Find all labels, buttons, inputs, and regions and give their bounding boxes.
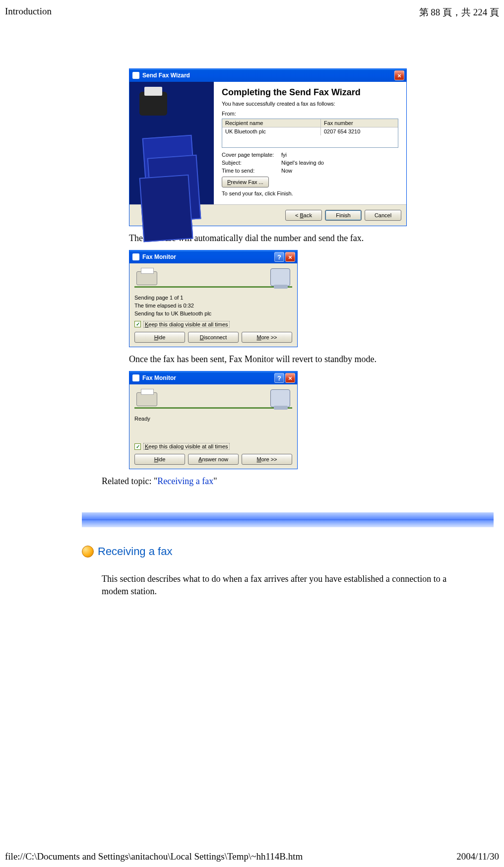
recipients-table: Recipient name Fax number UK Bluetooth p… xyxy=(222,119,398,148)
finish-note: To send your fax, click Finish. xyxy=(222,190,398,196)
section-paragraph: This section describes what to do when a… xyxy=(0,573,504,598)
status-line: The time elapsed is 0:32 xyxy=(134,302,292,310)
checkbox-label: Keep this dialog visible at all times xyxy=(143,443,230,450)
close-icon[interactable]: × xyxy=(394,70,404,80)
fax-monitor-titlebar-icon xyxy=(132,374,139,381)
fax-monitor-titlebar-icon xyxy=(132,253,139,260)
finish-button[interactable]: Finish xyxy=(325,210,362,221)
wizard-titlebar[interactable]: Send Fax Wizard × xyxy=(129,69,406,82)
more-button[interactable]: More >> xyxy=(242,454,292,465)
fax-monitor-title-text: Fax Monitor xyxy=(142,253,176,260)
table-header-faxnumber: Fax number xyxy=(321,119,398,127)
hide-button[interactable]: Hide xyxy=(134,454,185,465)
bullet-icon xyxy=(82,546,94,557)
checkbox-icon: ✓ xyxy=(134,443,141,450)
keep-visible-checkbox[interactable]: ✓ Keep this dialog visible at all times xyxy=(134,443,292,450)
checkbox-label: Keep this dialog visible at all times xyxy=(143,321,230,328)
fax-monitor-titlebar[interactable]: Fax Monitor ? × xyxy=(129,372,297,384)
fax-device-icon xyxy=(136,271,157,285)
related-topic-link[interactable]: Receiving a fax xyxy=(157,476,213,486)
close-icon[interactable]: × xyxy=(285,373,295,383)
section-heading: Receiving a fax xyxy=(82,545,504,558)
computer-icon xyxy=(270,389,290,407)
checkbox-icon: ✓ xyxy=(134,321,141,327)
wizard-heading: Completing the Send Fax Wizard xyxy=(222,88,398,98)
section-separator xyxy=(82,512,494,527)
page-counter: 第 88 頁，共 224 頁 xyxy=(419,6,500,19)
send-fax-wizard-window: Send Fax Wizard × Completing the Send Fa… xyxy=(129,68,407,226)
status-line: Sending fax to UK Bluetooth plc xyxy=(134,310,292,318)
table-header-recipient: Recipient name xyxy=(222,119,321,127)
paper-sheet-icon xyxy=(139,175,193,243)
table-cell-recipient: UK Bluetooth plc xyxy=(222,127,321,135)
subject-value: Nigel's leaving do xyxy=(281,160,398,166)
table-row: UK Bluetooth plc 0207 654 3210 xyxy=(222,127,398,135)
more-button[interactable]: More >> xyxy=(242,332,292,343)
fax-monitor-window-sending: Fax Monitor ? × Sending page 1 of 1 The … xyxy=(129,250,298,347)
section-title-text: Receiving a fax xyxy=(98,545,172,558)
related-topic: Related topic: "Receiving a fax" xyxy=(0,475,504,487)
answer-now-button[interactable]: Answer now xyxy=(188,454,239,465)
status-line: Ready xyxy=(134,415,292,423)
fax-monitor-window-ready: Fax Monitor ? × Ready ✓ Keep this dialog… xyxy=(129,371,298,469)
keep-visible-checkbox[interactable]: ✓ Keep this dialog visible at all times xyxy=(134,321,292,328)
wizard-sidebar-graphic xyxy=(129,82,214,204)
wizard-titlebar-icon xyxy=(132,72,139,79)
subject-label: Subject: xyxy=(222,160,281,166)
doc-title: Introduction xyxy=(5,6,52,19)
time-to-send-value: Now xyxy=(281,168,398,174)
body-paragraph: Once the fax has been sent, Fax Monitor … xyxy=(129,353,479,365)
transfer-animation xyxy=(134,266,292,293)
fax-device-icon xyxy=(136,392,157,406)
cover-template-label: Cover page template: xyxy=(222,152,281,158)
fax-machine-icon xyxy=(139,92,167,116)
back-button[interactable]: < Back xyxy=(285,210,322,221)
help-icon[interactable]: ? xyxy=(274,252,284,262)
fax-monitor-title-text: Fax Monitor xyxy=(142,374,176,381)
cancel-button[interactable]: Cancel xyxy=(365,210,401,221)
footer-path: file://C:\Documents and Settings\anitach… xyxy=(5,851,303,862)
preview-fax-button[interactable]: PPreview Fax ...review Fax ... xyxy=(222,177,269,187)
wizard-subtext: You have successfully created a fax as f… xyxy=(222,101,398,107)
fax-monitor-titlebar[interactable]: Fax Monitor ? × xyxy=(129,250,297,263)
table-cell-faxnumber: 0207 654 3210 xyxy=(321,127,398,135)
cover-template-value: fyi xyxy=(281,152,398,158)
computer-icon xyxy=(270,268,290,286)
transfer-animation xyxy=(134,387,292,414)
from-label: From: xyxy=(222,111,236,117)
footer-date: 2004/11/30 xyxy=(456,851,499,862)
wizard-title-text: Send Fax Wizard xyxy=(142,72,190,79)
hide-button[interactable]: Hide xyxy=(134,332,185,343)
disconnect-button[interactable]: Disconnect xyxy=(188,332,239,343)
help-icon[interactable]: ? xyxy=(274,373,284,383)
status-line: Sending page 1 of 1 xyxy=(134,294,292,302)
close-icon[interactable]: × xyxy=(285,252,295,262)
time-to-send-label: Time to send: xyxy=(222,168,281,174)
